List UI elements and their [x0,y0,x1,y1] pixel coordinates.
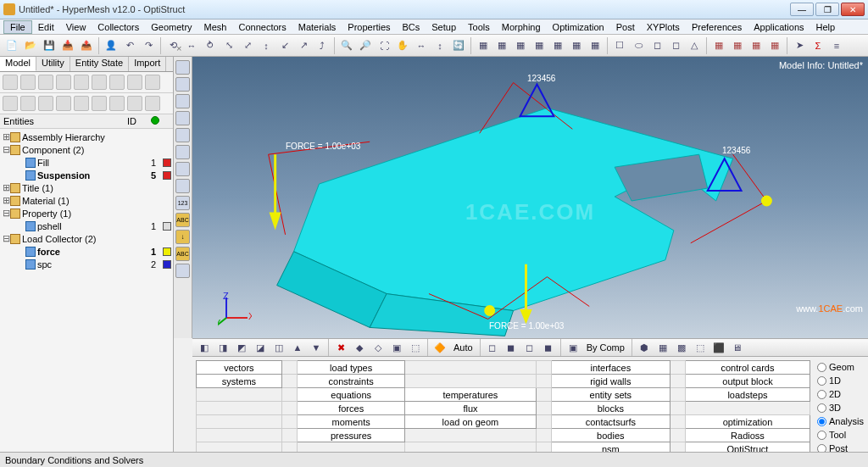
vtool-icon[interactable] [175,179,190,193]
cube-icon[interactable]: ◻ [648,37,665,54]
viewport[interactable]: Model Info: Untitled* [192,57,868,338]
vb-icon[interactable]: ◆ [351,339,368,356]
menu-morphing[interactable]: Morphing [496,21,547,33]
mt-icon[interactable] [74,96,89,111]
mt-icon[interactable] [56,75,71,90]
bycomp-label[interactable]: By Comp [583,342,628,353]
color-swatch[interactable] [163,158,171,167]
radio-geom[interactable]: Geom [817,360,865,374]
cmd-interfaces[interactable]: interfaces [552,361,670,375]
tree-assembly[interactable]: Assembly Hierarchy [22,132,171,142]
win3-icon[interactable]: ▦ [512,37,529,54]
cmd-control-cards[interactable]: control cards [685,361,810,375]
cmd-flux[interactable]: flux [405,402,537,415]
menu-file[interactable]: File [3,20,32,34]
vb-icon[interactable]: ◼ [503,339,520,356]
tree-component[interactable]: Component (2) [22,145,171,155]
cmd-Radioss[interactable]: Radioss [685,429,810,442]
menu-preferences[interactable]: Preferences [686,21,748,33]
vb-icon[interactable]: ⬛ [710,339,727,356]
tab-utility[interactable]: Utility [36,57,70,71]
export-icon[interactable]: 📤 [78,37,95,54]
vtool-icon[interactable] [175,60,190,75]
mt-icon[interactable] [127,96,142,111]
color-swatch[interactable] [163,171,171,180]
axis6-icon[interactable]: ↗ [295,37,312,54]
close-button[interactable]: ✕ [841,3,865,16]
vtool-icon[interactable]: ABC [175,213,190,227]
tree-title[interactable]: Title (1) [22,183,171,193]
radio-1d[interactable]: 1D [817,374,865,387]
vb-icon[interactable]: ◇ [370,339,387,356]
win2-icon[interactable]: ▦ [493,37,510,54]
cmd-bodies[interactable]: bodies [552,429,670,442]
mt-icon[interactable] [127,75,142,90]
radio-tool[interactable]: Tool [817,428,865,442]
menu-xyplots[interactable]: XYPlots [641,21,686,33]
delete-icon[interactable]: ✖ [332,339,349,356]
cmd-forces[interactable]: forces [298,402,405,415]
vb-icon[interactable]: ▲ [289,339,306,356]
bycomp-icon[interactable]: ▣ [565,339,581,356]
menu-edit[interactable]: Edit [32,21,60,33]
grid1-icon[interactable]: ▦ [710,37,727,54]
win7-icon[interactable]: ▦ [587,37,604,54]
vtool-icon[interactable] [175,145,190,159]
menu-materials[interactable]: Materials [292,21,342,33]
tree-pshell[interactable]: pshell [37,221,151,231]
vtool-icon[interactable]: 123 [175,196,190,210]
pan2-icon[interactable]: ↔ [413,37,430,54]
cmd-rigid-walls[interactable]: rigid walls [552,375,670,388]
cmd-temperatures[interactable]: temperatures [405,388,537,402]
box-icon[interactable]: ☐ [611,37,628,54]
menu-help[interactable]: Help [810,21,842,33]
pan-icon[interactable]: ✋ [394,37,411,54]
axis2-icon[interactable]: ⤡ [220,37,237,54]
grid2-icon[interactable]: ▦ [729,37,746,54]
cmd-moments[interactable]: moments [298,415,405,429]
menu-post[interactable]: Post [610,21,641,33]
open-icon[interactable]: 📂 [22,37,39,54]
mt-icon[interactable] [3,75,18,90]
cmd-entity-sets[interactable]: entity sets [552,388,670,402]
win1-icon[interactable]: ▦ [475,37,492,54]
vb-icon[interactable]: ◼ [540,339,557,356]
menu-optimization[interactable]: Optimization [547,21,610,33]
vtool-icon[interactable] [175,111,190,125]
vtool-icon[interactable] [175,264,190,278]
cmd-pressures[interactable]: pressures [298,429,405,442]
tree-material[interactable]: Material (1) [22,196,171,206]
radio-2d[interactable]: 2D [817,387,865,401]
vb-icon[interactable]: ▼ [308,339,325,356]
menu-applications[interactable]: Applications [748,21,810,33]
tab-entity-state[interactable]: Entity State [70,57,129,71]
menu-setup[interactable]: Setup [426,21,462,33]
vb-icon[interactable]: ◧ [196,339,213,356]
num-icon[interactable]: Σ [810,37,826,54]
radio-3d[interactable]: 3D [817,401,865,414]
cmd-constraints[interactable]: constraints [298,375,405,388]
new-icon[interactable]: 📄 [3,37,20,54]
list-icon[interactable]: ≡ [828,37,845,54]
maximize-button[interactable]: ❐ [815,3,839,16]
color-swatch[interactable] [163,222,171,231]
grid4-icon[interactable]: ▦ [766,37,783,54]
vb-icon[interactable]: ▦ [654,339,671,356]
mt-icon[interactable] [20,96,36,111]
mt-icon[interactable] [3,96,18,111]
menu-bcs[interactable]: BCs [397,21,426,33]
tree-force[interactable]: force [37,247,151,257]
menu-connectors[interactable]: Connectors [232,21,292,33]
menu-mesh[interactable]: Mesh [198,21,233,33]
mt-icon[interactable] [38,96,53,111]
mt-icon[interactable] [74,75,89,90]
mt-icon[interactable] [56,96,71,111]
cmd-load-types[interactable]: load types [298,361,405,375]
radio-analysis[interactable]: Analysis [817,414,865,428]
cube2-icon[interactable]: ◻ [667,37,684,54]
mt-icon[interactable] [145,75,160,90]
menu-properties[interactable]: Properties [342,21,396,33]
win5-icon[interactable]: ▦ [549,37,566,54]
cone-icon[interactable]: △ [686,37,703,54]
user-icon[interactable]: 👤 [103,37,120,54]
